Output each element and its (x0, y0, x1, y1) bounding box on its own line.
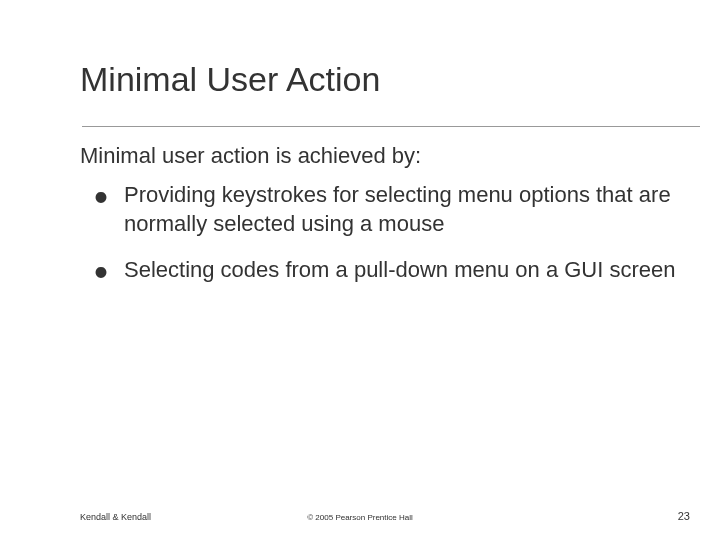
title-divider (82, 126, 700, 127)
bullet-list: Providing keystrokes for selecting menu … (80, 181, 680, 285)
footer-copyright: © 2005 Pearson Prentice Hall (307, 513, 413, 522)
bullet-item: Providing keystrokes for selecting menu … (88, 181, 680, 238)
footer-page-number: 23 (678, 510, 690, 522)
slide-title: Minimal User Action (80, 60, 680, 99)
footer-author: Kendall & Kendall (80, 512, 151, 522)
slide-subtitle: Minimal user action is achieved by: (80, 143, 680, 169)
bullet-item: Selecting codes from a pull-down menu on… (88, 256, 680, 285)
bullet-text: Providing keystrokes for selecting menu … (124, 182, 671, 236)
bullet-text: Selecting codes from a pull-down menu on… (124, 257, 676, 282)
slide-container: Minimal User Action Minimal user action … (0, 0, 720, 540)
